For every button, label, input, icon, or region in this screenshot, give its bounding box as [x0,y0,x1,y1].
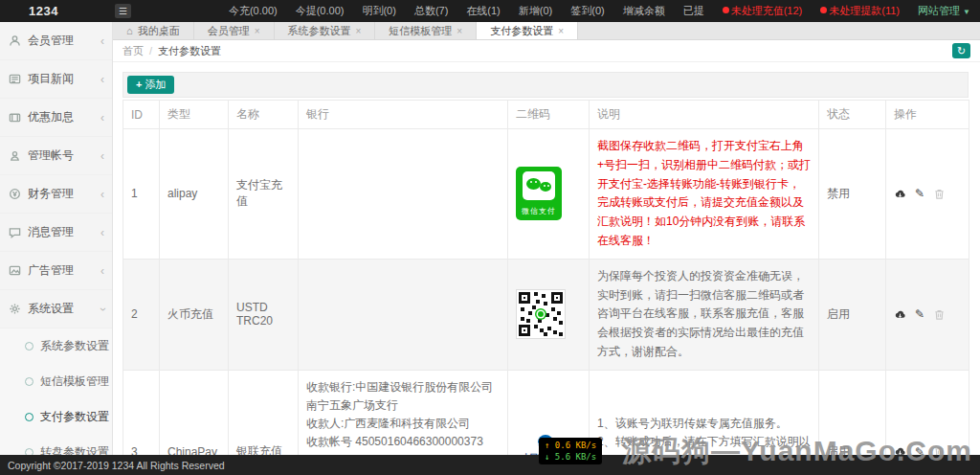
sidebar-item-ads[interactable]: 广告管理‹ [0,252,112,290]
chevron-left-icon: ‹ [100,111,104,124]
sidebar: 会员管理‹ 项目新闻‹ 优惠加息‹ 管理帐号‹ 财务管理‹ 消息管理‹ 广告管理… [0,22,113,455]
cell-description: 为保障每个投资人的投资资金准确无误，实时到账，请扫一扫微信客服二维码或者咨询平台… [590,259,819,370]
col-header-qrcode: 二维码 [508,101,590,129]
col-header-actions: 操作 [886,101,969,129]
refresh-button[interactable]: ↻ [952,43,970,58]
tab-system-params[interactable]: 系统参数设置× [275,22,376,39]
col-header-description: 说明 [590,101,819,129]
page-content: +添加 ID 类型 名称 银行 二维码 说明 状态 操作 [113,62,980,475]
close-icon[interactable]: × [356,26,362,36]
breadcrumb: 首页 / 支付参数设置 ↻ [113,40,980,62]
breadcrumb-home[interactable]: 首页 [122,44,144,58]
cell-status: 禁用 [819,129,886,260]
chevron-left-icon: ‹ [100,226,104,239]
network-speed-indicator: ↑ 0.6 KB/s ↓ 5.6 KB/s [539,438,602,464]
stat-withdrawn[interactable]: 已提 [683,4,704,18]
breadcrumb-current: 支付参数设置 [158,44,221,58]
chevron-left-icon: ‹ [100,73,104,86]
sidebar-item-members[interactable]: 会员管理‹ [0,22,112,60]
hamburger-menu-icon[interactable]: ☰ [115,4,131,18]
circle-icon [25,377,33,386]
chevron-down-icon: ‹ [96,307,109,311]
stat-total[interactable]: 总数(7) [414,4,448,18]
alert-pending-recharge[interactable]: 未处理充值(12) [723,4,803,18]
alert-dot-icon [820,7,827,13]
delete-icon[interactable] [933,188,946,200]
wechat-pay-logo: 微信支付 [516,167,562,220]
finance-icon [9,188,21,200]
stat-balance-adjust[interactable]: 增减余额 [623,4,665,18]
edit-icon[interactable]: ✎ [915,307,924,321]
cell-id: 2 [123,259,160,370]
cell-qrcode: 微信支付 [508,129,590,260]
table-toolbar: +添加 [122,72,969,98]
add-button[interactable]: +添加 [127,76,174,94]
cell-type: 火币充值 [160,259,229,370]
delete-icon[interactable] [933,308,946,321]
wechat-bubbles-icon [523,171,555,200]
cell-qrcode [508,259,590,370]
tab-members[interactable]: 会员管理× [194,22,275,39]
chevron-left-icon: ‹ [100,188,104,201]
stat-today-recharge[interactable]: 今充(0.00) [229,4,278,18]
copyright-text: Copyright ©2017-2019 1234 All Rights Res… [8,460,225,471]
stat-new[interactable]: 新增(0) [519,4,552,18]
alert-pending-withdraw[interactable]: 未处理提款(11) [820,4,900,18]
cell-description: 截图保存收款二维码，打开支付宝右上角+号扫一扫，识别相册中二维码付款；或打开支付… [590,129,819,260]
top-bar: 1234 ☰ 今充(0.00) 今提(0.00) 明到(0) 总数(7) 在线(… [0,0,980,22]
chevron-left-icon: ‹ [100,34,104,48]
cell-bank [299,129,508,260]
stat-tomorrow-arrive[interactable]: 明到(0) [362,4,395,18]
payment-config-table: ID 类型 名称 银行 二维码 说明 状态 操作 1 alipay 支付宝充值 [122,100,969,475]
table-header-row: ID 类型 名称 银行 二维码 说明 状态 操作 [123,101,969,129]
col-header-id: ID [123,101,160,129]
sidebar-subitem-sms-templates[interactable]: 短信模板管理 [0,364,112,399]
col-header-bank: 银行 [299,101,508,129]
stat-online[interactable]: 在线(1) [466,4,500,18]
sidebar-item-admin-accounts[interactable]: 管理帐号‹ [0,137,112,175]
sidebar-item-messages[interactable]: 消息管理‹ [0,214,112,252]
sidebar-item-system-settings[interactable]: 系统设置‹ [0,290,112,328]
chevron-left-icon: ‹ [100,149,104,163]
news-icon [9,73,21,85]
stat-today-withdraw[interactable]: 今提(0.00) [296,4,345,18]
circle-icon [25,342,33,351]
col-header-name: 名称 [229,101,299,129]
table-row: 1 alipay 支付宝充值 微信支付 [123,129,969,260]
cloud-download-icon[interactable] [894,308,906,321]
breadcrumb-separator: / [149,45,152,57]
edit-icon[interactable]: ✎ [915,187,924,200]
home-icon: ⌂ [126,25,133,36]
close-icon[interactable]: × [558,26,564,36]
message-icon [9,226,21,238]
sidebar-item-news[interactable]: 项目新闻‹ [0,60,112,99]
sidebar-item-finance[interactable]: 财务管理‹ [0,175,112,214]
tab-payment-params[interactable]: 支付参数设置× [477,22,578,39]
close-icon[interactable]: × [255,26,260,36]
admin-menu-dropdown[interactable]: 网站管理 ▼ [918,4,970,18]
download-speed: ↓ 5.6 KB/s [545,451,596,463]
id-card-icon [9,149,21,162]
cell-name: 支付宝充值 [229,129,299,260]
upload-speed: ↑ 0.6 KB/s [545,440,596,451]
circle-icon [25,413,33,421]
tab-sms-templates[interactable]: 短信模板管理× [375,22,477,39]
cell-actions: ✎ [886,259,969,370]
table-row: 2 火币充值 USTD TRC20 [123,259,969,370]
user-icon [9,34,21,47]
stat-signin[interactable]: 签到(0) [570,4,604,18]
cloud-download-icon[interactable] [894,188,906,200]
promo-icon [9,111,21,124]
close-icon[interactable]: × [457,26,462,36]
col-header-type: 类型 [160,101,229,129]
tab-desktop[interactable]: ⌂我的桌面 [113,22,194,39]
cell-type: alipay [160,129,229,260]
sidebar-subitem-system-params[interactable]: 系统参数设置 [0,328,112,364]
gear-icon [9,303,21,315]
cell-actions: ✎ [886,129,969,260]
sidebar-item-promotions[interactable]: 优惠加息‹ [0,99,112,137]
tab-bar: ⌂我的桌面 会员管理× 系统参数设置× 短信模板管理× 支付参数设置× [113,22,980,40]
cell-bank [299,259,508,370]
image-icon [9,264,21,277]
sidebar-subitem-payment-params[interactable]: 支付参数设置 [0,399,112,435]
